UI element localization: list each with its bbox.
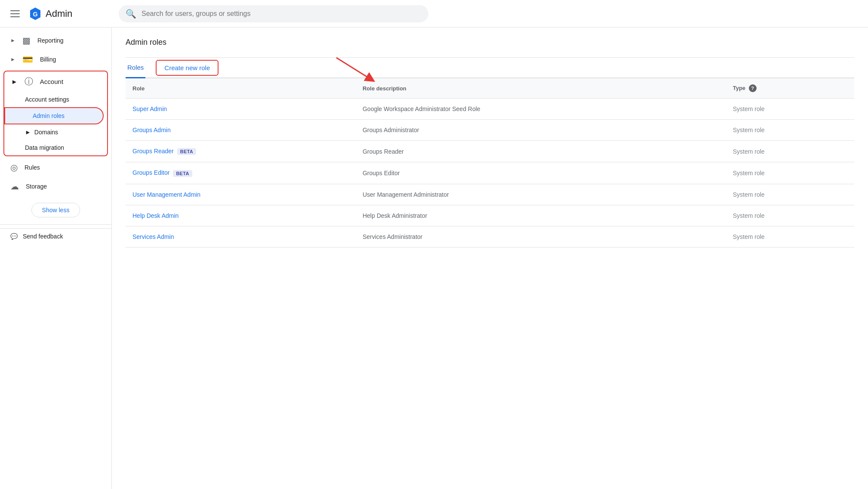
- sidebar-storage-label: Storage: [26, 183, 47, 190]
- sidebar-item-send-feedback[interactable]: 💬 Send feedback: [0, 228, 111, 244]
- sidebar-item-rules[interactable]: ◎ Rules: [0, 158, 108, 177]
- role-link[interactable]: Groups Admin: [132, 127, 171, 133]
- rules-icon: ◎: [10, 162, 18, 173]
- table-row: Groups EditorBETAGroups EditorSystem rol…: [126, 162, 854, 184]
- tabs-row: Roles Create new role: [126, 58, 854, 78]
- table-row: Services AdminServices AdministratorSyst…: [126, 226, 854, 247]
- tab-roles-label: Roles: [127, 64, 144, 71]
- sidebar-item-reporting[interactable]: ► ▩ Reporting: [0, 31, 108, 50]
- menu-button[interactable]: [7, 7, 23, 21]
- svg-text:G: G: [33, 10, 37, 17]
- role-link[interactable]: Super Admin: [132, 105, 167, 112]
- role-type: System role: [726, 226, 854, 247]
- role-description: Help Desk Administrator: [356, 205, 726, 226]
- chevron-right-icon-domains: ►: [25, 129, 31, 136]
- billing-icon: 💳: [22, 54, 33, 65]
- beta-badge: BETA: [173, 170, 192, 177]
- role-link[interactable]: Help Desk Admin: [132, 212, 179, 219]
- sidebar-sub-item-account-settings[interactable]: Account settings: [4, 92, 104, 107]
- role-description: Groups Reader: [356, 141, 726, 162]
- app-title: Admin: [46, 8, 72, 19]
- sidebar-item-billing[interactable]: ► 💳 Billing: [0, 50, 108, 69]
- role-description: Groups Editor: [356, 162, 726, 184]
- table-row: Groups ReaderBETAGroups ReaderSystem rol…: [126, 141, 854, 162]
- role-description: User Management Administrator: [356, 184, 726, 205]
- sidebar-domains-label: Domains: [34, 129, 58, 136]
- sidebar-sub-item-domains[interactable]: ► Domains: [4, 124, 104, 140]
- topbar-left: G Admin: [7, 7, 119, 21]
- sidebar-item-storage[interactable]: ☁ Storage: [0, 177, 108, 196]
- sidebar: ► ▩ Reporting ► 💳 Billing ► ⓘ Account Ac…: [0, 28, 112, 489]
- role-link[interactable]: Groups Reader: [132, 148, 174, 155]
- search-input[interactable]: [142, 10, 422, 18]
- col-description: Role description: [356, 78, 726, 99]
- role-description: Google Workspace Administrator Seed Role: [356, 99, 726, 120]
- role-type: System role: [726, 120, 854, 141]
- sidebar-billing-label: Billing: [40, 56, 56, 63]
- col-type: Type ?: [726, 78, 854, 99]
- table-body: Super AdminGoogle Workspace Administrato…: [126, 99, 854, 248]
- search-bar[interactable]: 🔍: [119, 5, 428, 22]
- sidebar-reporting-label: Reporting: [37, 37, 64, 44]
- feedback-icon: 💬: [10, 233, 18, 240]
- table-row: Help Desk AdminHelp Desk AdministratorSy…: [126, 205, 854, 226]
- role-link[interactable]: User Management Admin: [132, 191, 200, 198]
- sidebar-account-label: Account: [40, 78, 63, 85]
- sidebar-sub-item-data-migration[interactable]: Data migration: [4, 140, 104, 155]
- show-less-button[interactable]: Show less: [31, 203, 80, 217]
- sidebar-feedback-label: Send feedback: [23, 233, 63, 240]
- table-header: Role Role description Type ?: [126, 78, 854, 99]
- main-layout: ► ▩ Reporting ► 💳 Billing ► ⓘ Account Ac…: [0, 28, 868, 489]
- sidebar-admin-roles-label: Admin roles: [33, 112, 65, 119]
- role-type: System role: [726, 162, 854, 184]
- show-less-section: Show less: [10, 203, 101, 217]
- role-type: System role: [726, 99, 854, 120]
- table-header-row: Role Role description Type ?: [126, 78, 854, 99]
- sidebar-sub-item-admin-roles[interactable]: Admin roles: [4, 107, 104, 124]
- col-role: Role: [126, 78, 356, 99]
- tab-roles[interactable]: Roles: [126, 58, 145, 78]
- account-section: ► ⓘ Account Account settings Admin roles…: [3, 71, 108, 156]
- sidebar-data-migration-label: Data migration: [25, 144, 64, 151]
- storage-icon: ☁: [10, 181, 19, 192]
- create-new-role-button[interactable]: Create new role: [156, 60, 219, 76]
- role-type: System role: [726, 184, 854, 205]
- beta-badge: BETA: [177, 148, 196, 155]
- create-role-label: Create new role: [164, 64, 210, 71]
- search-icon: 🔍: [126, 9, 136, 19]
- table-row: Groups AdminGroups AdministratorSystem r…: [126, 120, 854, 141]
- role-description: Services Administrator: [356, 226, 726, 247]
- sidebar-item-account[interactable]: ► ⓘ Account: [4, 71, 107, 92]
- page-title: Admin roles: [126, 38, 854, 47]
- reporting-icon: ▩: [22, 35, 31, 46]
- sidebar-rules-label: Rules: [25, 164, 40, 171]
- type-help-icon[interactable]: ?: [749, 84, 757, 92]
- table-row: User Management AdminUser Management Adm…: [126, 184, 854, 205]
- roles-table: Role Role description Type ? Super Admin…: [126, 78, 854, 248]
- role-link[interactable]: Services Admin: [132, 233, 174, 240]
- topbar: G Admin 🔍: [0, 0, 868, 28]
- chevron-right-icon: ►: [10, 37, 15, 43]
- account-icon: ⓘ: [25, 76, 33, 87]
- logo: G Admin: [28, 7, 72, 21]
- chevron-right-icon-account: ►: [11, 78, 18, 85]
- role-link[interactable]: Groups Editor: [132, 169, 169, 176]
- chevron-right-icon-billing: ►: [10, 56, 15, 62]
- role-type: System role: [726, 205, 854, 226]
- tabs-container: Roles Create new role: [126, 58, 854, 78]
- role-type: System role: [726, 141, 854, 162]
- table-row: Super AdminGoogle Workspace Administrato…: [126, 99, 854, 120]
- google-logo-icon: G: [28, 7, 42, 21]
- sidebar-account-settings-label: Account settings: [25, 96, 69, 103]
- sidebar-divider: [0, 224, 111, 225]
- role-description: Groups Administrator: [356, 120, 726, 141]
- main-content: Admin roles Roles Create new role: [112, 28, 868, 489]
